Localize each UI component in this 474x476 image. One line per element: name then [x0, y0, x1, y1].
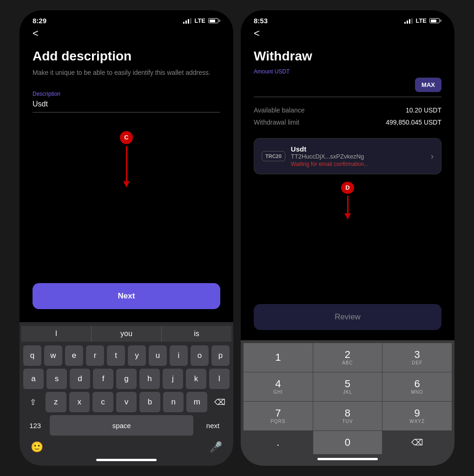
key-t[interactable]: t	[107, 345, 125, 366]
num-key-5[interactable]: 5JKL	[313, 372, 382, 401]
key-a[interactable]: a	[23, 369, 44, 389]
key-z[interactable]: z	[46, 392, 66, 412]
num-key-4[interactable]: 4GHI	[244, 372, 313, 401]
next-btn-wrapper: Next	[20, 283, 233, 322]
key-o[interactable]: o	[191, 345, 209, 366]
available-label: Available balance	[254, 106, 305, 114]
num-key-2[interactable]: 2ABC	[313, 343, 382, 372]
key-h[interactable]: h	[139, 369, 160, 389]
review-button[interactable]: Review	[254, 304, 441, 330]
key-y[interactable]: y	[128, 345, 146, 366]
amount-row: MAX	[254, 78, 441, 97]
max-button[interactable]: MAX	[415, 78, 441, 92]
keyboard-row-2: a s d f g h j k l	[21, 369, 231, 389]
suggestion-3[interactable]: is	[162, 326, 231, 342]
wallet-card[interactable]: TRC20 Usdt TT2HuccDjX...sxPZvkezNg Waiti…	[254, 138, 441, 174]
num-key-0[interactable]: 0	[313, 431, 382, 454]
mic-icon[interactable]: 🎤	[210, 441, 222, 453]
annotation-d-area: D	[254, 182, 441, 304]
num-key-8[interactable]: 8TUV	[313, 402, 382, 430]
num-key-7[interactable]: 7PQRS	[244, 402, 313, 430]
key-w[interactable]: w	[44, 345, 62, 366]
key-b[interactable]: b	[139, 392, 160, 412]
key-j[interactable]: j	[163, 369, 183, 389]
key-d[interactable]: d	[70, 369, 90, 389]
battery-icon-right	[429, 18, 441, 23]
back-button-left[interactable]: <	[33, 27, 46, 40]
status-icons-left: LTE	[183, 17, 220, 24]
num-switch-key[interactable]: 123	[23, 415, 47, 436]
wallet-address: TT2HuccDjX...sxPZvkezNg	[291, 153, 431, 160]
num-keyboard-grid: 1 2ABC 3DEF 4GHI 5JKL 6MNO 7PQRS 8TUV 9W…	[244, 343, 452, 454]
battery-icon-left	[208, 18, 220, 23]
key-s[interactable]: s	[46, 369, 67, 389]
amount-input[interactable]	[254, 80, 415, 90]
page-subtitle-left: Make it unique to be able to easily iden…	[33, 68, 220, 78]
keyboard-row-3: ⇧ z x c v b n m ⌫	[21, 392, 231, 412]
right-phone: 8:53 LTE < Withdraw Amount USDT MAX Avai…	[241, 10, 454, 466]
amount-label: Amount USDT	[254, 68, 441, 75]
annotation-c-label: C	[120, 131, 133, 144]
key-f[interactable]: f	[93, 369, 113, 389]
next-button[interactable]: Next	[33, 283, 220, 309]
status-bar-right: 8:53 LTE	[241, 10, 454, 27]
key-q[interactable]: q	[23, 345, 41, 366]
key-v[interactable]: v	[116, 392, 137, 412]
emoji-icon[interactable]: 🙂	[31, 441, 43, 453]
page-title-left: Add description	[33, 49, 220, 64]
description-input[interactable]	[33, 100, 220, 108]
keyboard-suggestions: I you is	[21, 326, 231, 342]
num-key-9[interactable]: 9WXYZ	[382, 402, 452, 430]
backspace-key[interactable]: ⌫	[210, 392, 230, 412]
annotation-d: D	[341, 182, 354, 219]
status-icons-right: LTE	[404, 17, 441, 24]
annotation-c-wrapper: C	[33, 122, 220, 283]
trc20-badge: TRC20	[262, 151, 285, 161]
back-button-right[interactable]: <	[254, 27, 268, 40]
signal-icon-right	[404, 18, 413, 24]
key-c[interactable]: c	[92, 392, 113, 412]
shift-key[interactable]: ⇧	[23, 392, 43, 412]
key-e[interactable]: e	[65, 345, 83, 366]
suggestion-1[interactable]: I	[21, 326, 92, 342]
key-u[interactable]: u	[149, 345, 167, 366]
key-k[interactable]: k	[186, 369, 206, 389]
left-phone: 8:29 LTE < Add description Make it uniqu…	[20, 10, 233, 466]
key-r[interactable]: r	[86, 345, 104, 366]
wallet-name: Usdt	[291, 145, 431, 153]
available-balance-row: Available balance 10.20 USDT	[254, 106, 441, 114]
annotation-d-label: D	[341, 182, 354, 194]
field-label: Description	[33, 91, 220, 97]
signal-icon-left	[183, 18, 191, 24]
annotation-c: C	[120, 131, 133, 187]
key-x[interactable]: x	[69, 392, 90, 412]
suggestion-2[interactable]: you	[92, 326, 162, 342]
status-bar-left: 8:29 LTE	[20, 10, 233, 27]
num-backspace-key[interactable]: ⌫	[382, 431, 452, 454]
limit-label: Withdrawal limit	[254, 119, 299, 126]
key-l[interactable]: l	[209, 369, 230, 389]
num-key-6[interactable]: 6MNO	[382, 372, 452, 401]
keyboard-next-key[interactable]: next	[196, 415, 230, 436]
home-indicator-left	[96, 459, 157, 461]
num-key-dot[interactable]: .	[244, 431, 313, 454]
available-value: 10.20 USDT	[406, 106, 441, 114]
num-key-3[interactable]: 3DEF	[382, 343, 452, 372]
space-key[interactable]: space	[50, 415, 193, 436]
limit-value: 499,850.045 USDT	[386, 119, 441, 126]
key-p[interactable]: p	[211, 345, 230, 366]
key-n[interactable]: n	[163, 392, 184, 412]
time-left: 8:29	[33, 17, 46, 25]
review-btn-wrapper: Review	[241, 304, 454, 340]
description-input-container[interactable]	[33, 100, 220, 112]
key-i[interactable]: i	[170, 345, 188, 366]
key-m[interactable]: m	[186, 392, 207, 412]
lte-label-right: LTE	[415, 17, 427, 24]
left-app-content: < Add description Make it unique to be a…	[20, 27, 233, 283]
num-key-1[interactable]: 1	[244, 343, 313, 372]
keyboard-bottom-row: 123 space next	[21, 415, 231, 436]
wallet-chevron-icon: ›	[431, 152, 434, 161]
key-g[interactable]: g	[116, 369, 137, 389]
numeric-keyboard: 1 2ABC 3DEF 4GHI 5JKL 6MNO 7PQRS 8TUV 9W…	[241, 340, 454, 466]
right-app-content: < Withdraw Amount USDT MAX Available bal…	[241, 27, 454, 304]
